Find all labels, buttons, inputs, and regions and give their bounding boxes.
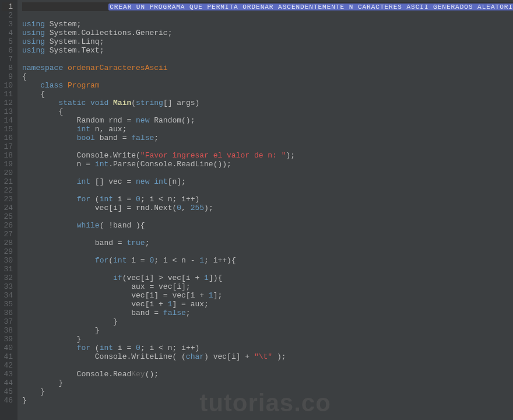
token: ( !band ){ [100, 221, 145, 230]
token: ; i < n; i++) [140, 195, 199, 204]
token: band = [95, 134, 131, 142]
token: Main [113, 99, 131, 107]
code-line[interactable]: { [22, 107, 513, 116]
token: ordenarCaracteresAscii [68, 64, 168, 72]
code-line[interactable]: if(vec[i] > vec[i + 1]){ [22, 274, 513, 282]
token: static void [58, 99, 113, 107]
code-line[interactable] [22, 230, 513, 239]
code-line[interactable]: vec[i + 1] = aux; [22, 300, 513, 309]
code-line[interactable]: { [22, 72, 513, 81]
code-line[interactable] [22, 169, 513, 177]
token: 1 [199, 256, 204, 265]
code-line[interactable]: CREAR UN PROGRAMA QUE PERMITA ORDENAR AS… [22, 2, 513, 11]
code-line[interactable]: Random rnd = new Random(); [22, 116, 513, 125]
code-line[interactable]: bool band = false; [22, 134, 513, 142]
token: Console.Read [22, 370, 131, 379]
token: ; [186, 309, 191, 317]
line-number: 31 [2, 265, 13, 274]
code-line[interactable] [22, 212, 513, 221]
line-number: 39 [2, 335, 13, 344]
code-line[interactable]: using System.Collections.Generic; [22, 29, 513, 37]
line-number: 19 [2, 160, 13, 169]
code-line[interactable]: for (int i = 0; i < n; i++) [22, 344, 513, 352]
token: 0 [136, 344, 140, 352]
code-line[interactable] [22, 361, 513, 370]
code-area[interactable]: tutorias.co CREAR UN PROGRAMA QUE PERMIT… [17, 0, 513, 420]
token: System.Linq; [45, 37, 104, 46]
token: using [22, 20, 45, 29]
code-line[interactable]: namespace ordenarCaracteresAscii [22, 64, 513, 72]
token: ); [204, 204, 213, 212]
code-line[interactable] [22, 55, 513, 64]
token: System.Text; [45, 46, 104, 55]
code-line[interactable] [22, 247, 513, 256]
token [22, 2, 108, 11]
code-line[interactable] [22, 186, 513, 195]
token: false [131, 134, 154, 142]
code-line[interactable]: } [22, 335, 513, 344]
code-line[interactable]: band = true; [22, 239, 513, 247]
code-line[interactable]: int [] vec = new int[n]; [22, 177, 513, 186]
code-line[interactable]: } [22, 387, 513, 396]
line-number: 41 [2, 352, 13, 361]
token: } [22, 379, 63, 387]
line-number: 46 [2, 396, 13, 405]
token: for [77, 195, 90, 204]
token: int [77, 177, 90, 186]
line-number: 25 [2, 212, 13, 221]
token: ) vec[i] + [204, 352, 254, 361]
code-line[interactable]: } [22, 326, 513, 335]
code-line[interactable]: using System.Text; [22, 46, 513, 55]
code-line[interactable] [22, 265, 513, 274]
token: ; [154, 134, 159, 142]
code-line[interactable]: int n, aux; [22, 125, 513, 134]
token: "\t" [254, 352, 272, 361]
code-line[interactable] [22, 11, 513, 20]
code-line[interactable]: } [22, 396, 513, 405]
line-number: 1 [2, 2, 13, 11]
code-line[interactable]: aux = vec[i]; [22, 282, 513, 291]
code-line[interactable]: Console.ReadKey(); [22, 370, 513, 379]
line-number: 12 [2, 99, 13, 107]
token: i = [113, 344, 136, 352]
token: ; i < n; i++) [140, 344, 199, 352]
token: CREAR UN PROGRAMA QUE PERMITA ORDENAR AS… [108, 4, 513, 10]
token [22, 344, 77, 352]
code-line[interactable]: using System.Linq; [22, 37, 513, 46]
token: Console.WriteLine( ( [22, 352, 186, 361]
code-line[interactable]: Console.WriteLine( (char) vec[i] + "\t" … [22, 352, 513, 361]
code-line[interactable]: Console.Write("Favor ingresar el valor d… [22, 151, 513, 160]
token [22, 177, 77, 186]
code-line[interactable]: for (int i = 0; i < n; i++) [22, 195, 513, 204]
token: ); [272, 352, 286, 361]
line-number: 29 [2, 247, 13, 256]
token: for [95, 256, 108, 265]
code-line[interactable]: { [22, 90, 513, 99]
line-number: 4 [2, 29, 13, 37]
token: if [113, 274, 122, 282]
token [22, 134, 77, 142]
code-line[interactable]: } [22, 379, 513, 387]
token [22, 81, 40, 90]
code-line[interactable]: static void Main(string[] args) [22, 99, 513, 107]
code-line[interactable]: band = false; [22, 309, 513, 317]
code-line[interactable]: using System; [22, 20, 513, 29]
token: vec[i] = rnd.Next( [22, 204, 177, 212]
code-line[interactable]: } [22, 317, 513, 326]
code-line[interactable]: while( !band ){ [22, 221, 513, 230]
line-number: 35 [2, 300, 13, 309]
code-line[interactable]: vec[i] = rnd.Next(0, 255); [22, 204, 513, 212]
token: ( [131, 99, 136, 107]
code-line[interactable]: class Program [22, 81, 513, 90]
code-line[interactable]: for(int i = 0; i < n - 1; i++){ [22, 256, 513, 265]
token [22, 99, 58, 107]
token: i = [127, 256, 149, 265]
token: 1 [204, 274, 209, 282]
token: Key [131, 370, 145, 379]
code-line[interactable]: vec[i] = vec[i + 1]; [22, 291, 513, 300]
code-line[interactable]: n = int.Parse(Console.ReadLine()); [22, 160, 513, 169]
code-line[interactable] [22, 142, 513, 151]
token: aux = vec[i]; [22, 282, 191, 291]
line-number: 6 [2, 46, 13, 55]
token [22, 195, 77, 204]
